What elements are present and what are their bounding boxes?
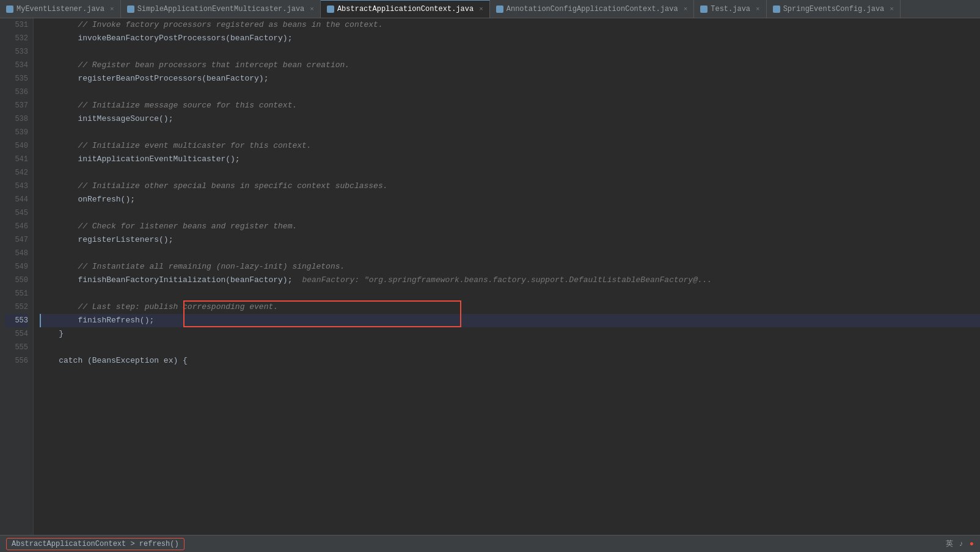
line-number-531: 531: [5, 18, 28, 32]
status-bar: AbstractApplicationContext > refresh() 英…: [0, 535, 980, 552]
code-line-532: invokeBeanFactoryPostProcessors(beanFact…: [40, 32, 980, 45]
tab-abstract[interactable]: AbstractApplicationContext.java ×: [321, 0, 490, 18]
code-line-552: // Last step: publish corresponding even…: [40, 300, 980, 314]
lang-indicator: 英: [946, 539, 953, 549]
java-file-icon: [773, 5, 780, 13]
tab-myevent[interactable]: MyEventListener.java ×: [0, 0, 121, 18]
code-line-554: }: [40, 327, 980, 341]
line-number-547: 547: [5, 233, 28, 247]
close-tab-myevent[interactable]: ×: [110, 5, 114, 13]
breadcrumb-class: AbstractApplicationContext: [12, 540, 126, 548]
line-number-533: 533: [5, 45, 28, 59]
code-line-534: // Register bean processors that interce…: [40, 59, 980, 72]
code-line-556: catch (BeansException ex) {: [40, 354, 980, 368]
code-line-540: // Initialize event multicaster for this…: [40, 139, 980, 153]
line-number-550: 550: [5, 274, 28, 287]
code-line-531: // Invoke factory processors registered …: [40, 18, 980, 32]
java-file-icon: [127, 5, 134, 13]
line-number-538: 538: [5, 112, 28, 126]
line-number-553: 553: [5, 314, 28, 327]
line-number-549: 549: [5, 260, 28, 274]
code-line-536: [40, 85, 980, 99]
tab-spring[interactable]: SpringEventsConfig.java ×: [767, 0, 901, 18]
breadcrumb: AbstractApplicationContext > refresh(): [6, 538, 185, 550]
status-right: 英 ♪ ●: [946, 539, 974, 549]
inline-hint: beanFactory: "org.springframework.beans.…: [302, 274, 712, 287]
code-line-533: [40, 45, 980, 59]
line-number-535: 535: [5, 72, 28, 85]
line-number-536: 536: [5, 85, 28, 99]
line-number-544: 544: [5, 193, 28, 206]
close-tab-abstract[interactable]: ×: [479, 5, 483, 13]
java-file-icon: [700, 5, 708, 13]
editor-area: 5315325335345355365375385395405415425435…: [0, 18, 980, 535]
line-numbers: 5315325335345355365375385395405415425435…: [0, 18, 34, 535]
code-line-548: [40, 247, 980, 260]
code-line-535: registerBeanPostProcessors(beanFactory);: [40, 72, 980, 85]
line-number-555: 555: [5, 341, 28, 354]
line-number-537: 537: [5, 99, 28, 112]
line-number-539: 539: [5, 126, 28, 139]
line-number-540: 540: [5, 139, 28, 153]
record-icon: ●: [970, 540, 974, 548]
line-number-552: 552: [5, 300, 28, 314]
java-file-icon: [327, 5, 334, 13]
code-line-545: [40, 206, 980, 220]
code-line-547: registerListeners();: [40, 233, 980, 247]
code-line-538: initMessageSource();: [40, 112, 980, 126]
code-line-553: finishRefresh();: [40, 314, 980, 327]
line-number-534: 534: [5, 59, 28, 72]
code-line-537: // Initialize message source for this co…: [40, 99, 980, 112]
line-number-541: 541: [5, 153, 28, 166]
tab-simple[interactable]: SimpleApplicationEventMulticaster.java ×: [121, 0, 321, 18]
sound-icon: ♪: [959, 540, 964, 548]
code-line-551: [40, 287, 980, 300]
code-line-544: onRefresh();: [40, 193, 980, 206]
tab-test[interactable]: Test.java ×: [694, 0, 766, 18]
code-line-549: // Instantiate all remaining (non-lazy-i…: [40, 260, 980, 274]
code-line-539: [40, 126, 980, 139]
line-number-532: 532: [5, 32, 28, 45]
tab-annotation[interactable]: AnnotationConfigApplicationContext.java …: [490, 0, 694, 18]
line-number-548: 548: [5, 247, 28, 260]
text-cursor: [40, 314, 41, 327]
close-tab-spring[interactable]: ×: [890, 5, 894, 13]
line-number-556: 556: [5, 354, 28, 368]
line-number-543: 543: [5, 180, 28, 193]
close-tab-simple[interactable]: ×: [310, 5, 314, 13]
close-tab-annotation[interactable]: ×: [684, 5, 688, 13]
code-line-555: [40, 341, 980, 354]
line-number-545: 545: [5, 206, 28, 220]
code-line-541: initApplicationEventMulticaster();: [40, 153, 980, 166]
breadcrumb-separator: >: [130, 540, 139, 548]
line-number-542: 542: [5, 166, 28, 180]
code-line-546: // Check for listener beans and register…: [40, 220, 980, 233]
code-line-543: // Initialize other special beans in spe…: [40, 180, 980, 193]
java-file-icon: [6, 5, 13, 13]
line-number-546: 546: [5, 220, 28, 233]
close-tab-test[interactable]: ×: [756, 5, 760, 13]
line-number-551: 551: [5, 287, 28, 300]
code-line-550: finishBeanFactoryInitialization(beanFact…: [40, 274, 980, 287]
line-number-554: 554: [5, 327, 28, 341]
breadcrumb-method: refresh(): [139, 540, 179, 548]
tab-bar: MyEventListener.java × SimpleApplication…: [0, 0, 980, 18]
java-file-icon: [496, 5, 503, 13]
code-area[interactable]: // Invoke factory processors registered …: [34, 18, 980, 535]
code-line-542: [40, 166, 980, 180]
